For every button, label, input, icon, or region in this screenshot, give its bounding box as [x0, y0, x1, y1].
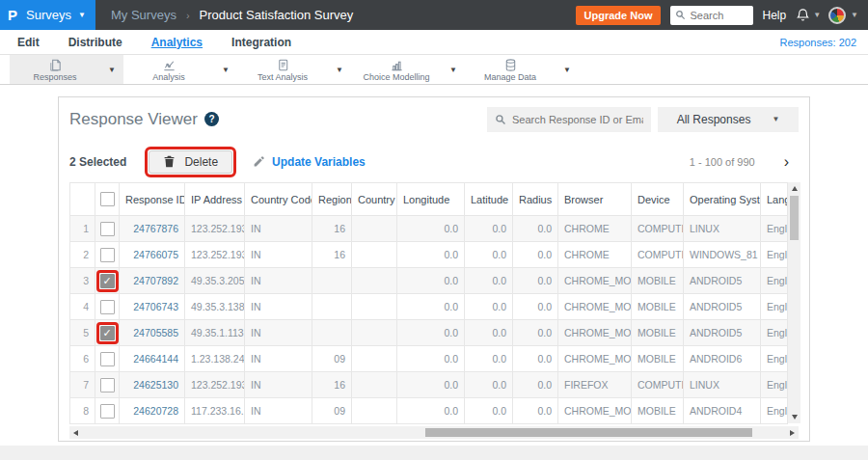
- column-header[interactable]: Country Code: [245, 183, 312, 216]
- cell-os: ANDROID5: [684, 320, 761, 346]
- tab-integration[interactable]: Integration: [231, 36, 291, 49]
- cell-os: LINUX: [684, 372, 761, 398]
- row-checkbox[interactable]: [100, 248, 115, 262]
- product-menu[interactable]: P Surveys ▼: [0, 0, 95, 30]
- response-id-link[interactable]: 24620728: [120, 398, 185, 424]
- cell-country: [352, 294, 397, 320]
- row-checkbox-cell: ✓: [95, 320, 120, 346]
- analysis-button[interactable]: Analysis: [123, 55, 214, 84]
- responses-button[interactable]: Responses: [10, 55, 100, 84]
- cell-country: [352, 216, 397, 242]
- row-checkbox[interactable]: [100, 222, 115, 236]
- chevron-down-icon[interactable]: ▼: [214, 55, 237, 84]
- response-search-input[interactable]: [512, 114, 643, 125]
- chevron-down-icon[interactable]: ▼: [328, 55, 351, 84]
- scroll-right-button[interactable]: [786, 426, 799, 439]
- text-analysis-icon: [276, 58, 290, 72]
- response-id-link[interactable]: 24625130: [120, 372, 185, 398]
- column-header[interactable]: Country: [352, 183, 397, 216]
- column-header[interactable]: Longitude: [397, 183, 465, 216]
- responses-count[interactable]: Responses: 202: [780, 37, 857, 48]
- scroll-down-button[interactable]: [788, 411, 800, 423]
- response-id-link[interactable]: 24707892: [120, 268, 185, 294]
- chevron-down-icon[interactable]: ▼: [442, 55, 465, 84]
- choice-modelling-button[interactable]: Choice Modelling: [351, 55, 442, 84]
- text-analysis-button[interactable]: Text Analysis: [237, 55, 328, 84]
- response-search[interactable]: [487, 107, 651, 132]
- cell-lang: English: [761, 346, 788, 372]
- row-checkbox[interactable]: [100, 378, 115, 392]
- chevron-down-icon: ▼: [78, 11, 86, 19]
- column-header[interactable]: Device: [632, 183, 684, 216]
- column-header[interactable]: Latitude: [465, 183, 513, 216]
- pencil-icon: [253, 155, 265, 168]
- breadcrumb-my-surveys[interactable]: My Surveys: [111, 8, 176, 22]
- row-checkbox[interactable]: ✓: [100, 274, 115, 288]
- manage-data-button[interactable]: Manage Data: [465, 55, 556, 84]
- cell-radius: 0.0: [513, 294, 558, 320]
- column-header[interactable]: Radius: [513, 183, 558, 216]
- upgrade-now-button[interactable]: Upgrade Now: [576, 6, 662, 25]
- response-id-link[interactable]: 24766075: [120, 242, 185, 268]
- cell-browser: CHROME: [558, 242, 632, 268]
- global-search-input[interactable]: [690, 10, 748, 21]
- table-body: 124767876123.252.193.148IN160.00.00.0CHR…: [70, 216, 788, 424]
- select-all-checkbox[interactable]: [100, 192, 115, 206]
- table-header-row: Response ID▲IP AddressCountry CodeRegion…: [70, 183, 788, 216]
- row-checkbox[interactable]: [100, 300, 115, 314]
- chevron-down-icon[interactable]: ▼: [100, 55, 123, 84]
- cell-os: ANDROID4: [684, 398, 761, 424]
- column-header[interactable]: Response ID▲: [120, 183, 185, 216]
- cell-lang: English: [761, 268, 788, 294]
- row-checkbox[interactable]: [100, 404, 115, 419]
- tab-edit[interactable]: Edit: [17, 36, 40, 49]
- scroll-up-button[interactable]: [788, 182, 800, 195]
- cell-radius: 0.0: [513, 320, 558, 346]
- response-id-link[interactable]: 24706743: [120, 294, 185, 320]
- vertical-scrollbar[interactable]: [788, 182, 800, 423]
- update-variables-button[interactable]: Update Variables: [253, 155, 366, 169]
- cell-radius: 0.0: [513, 216, 558, 242]
- global-search[interactable]: [670, 6, 753, 25]
- chevron-down-icon[interactable]: ▼: [556, 55, 579, 84]
- cell-cc: IN: [245, 216, 312, 242]
- tab-distribute[interactable]: Distribute: [68, 36, 122, 49]
- scroll-left-button[interactable]: [69, 426, 82, 439]
- column-header[interactable]: Region: [312, 183, 352, 216]
- cell-country: [352, 346, 397, 372]
- response-id-link[interactable]: 24705585: [120, 320, 185, 346]
- column-header[interactable]: Language: [761, 183, 788, 216]
- cell-ip: 1.23.138.24: [185, 346, 245, 372]
- cell-os: ANDROID6: [684, 346, 761, 372]
- response-id-link[interactable]: 24664144: [120, 346, 185, 372]
- notifications-menu[interactable]: ▼: [796, 8, 821, 22]
- select-all-cell: [95, 183, 120, 216]
- horizontal-scroll-thumb[interactable]: [425, 428, 752, 437]
- row-number: 2: [70, 242, 95, 268]
- row-checkbox-cell: [95, 216, 120, 242]
- cell-country: [352, 320, 397, 346]
- questionpro-logo: P: [8, 7, 17, 23]
- response-id-link[interactable]: 24767876: [120, 216, 185, 242]
- account-menu[interactable]: ▼: [828, 7, 858, 24]
- toolbar-item-manage-data: Manage Data ▼: [465, 55, 579, 84]
- row-checkbox[interactable]: [100, 352, 115, 366]
- vertical-scroll-thumb[interactable]: [790, 196, 799, 240]
- responses-filter-dropdown[interactable]: All Responses ▼: [658, 107, 799, 132]
- next-page-button[interactable]: ›: [784, 154, 789, 170]
- table-row: 224766075123.252.193.148IN160.00.00.0CHR…: [70, 242, 788, 268]
- cell-region: [312, 268, 352, 294]
- horizontal-scrollbar[interactable]: [69, 426, 786, 439]
- column-header[interactable]: Browser: [558, 183, 632, 216]
- column-header[interactable]: IP Address: [185, 183, 245, 216]
- page-title: Response Viewer: [69, 110, 198, 129]
- cell-browser: CHROME_MOBILE: [558, 346, 632, 372]
- column-header[interactable]: Operating System: [684, 183, 761, 216]
- delete-button[interactable]: Delete: [149, 150, 232, 174]
- row-checkbox[interactable]: ✓: [100, 326, 115, 340]
- cell-browser: CHROME_MOBILE: [558, 294, 632, 320]
- tab-analytics[interactable]: Analytics: [151, 36, 203, 49]
- help-link[interactable]: Help: [762, 9, 786, 22]
- cell-browser: CHROME_MOBILE: [558, 268, 632, 294]
- help-tooltip-icon[interactable]: ?: [204, 112, 219, 126]
